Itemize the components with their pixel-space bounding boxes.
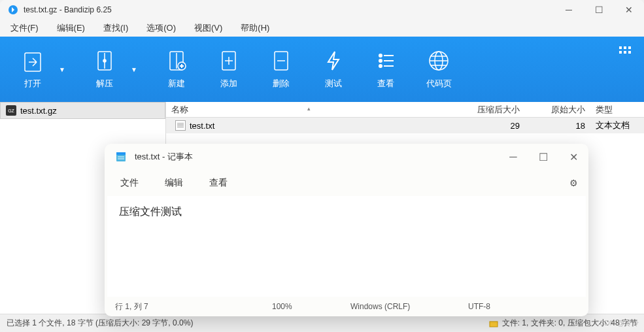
np-menubar: 文件 编辑 查看 ⚙ [105,170,588,196]
col-original[interactable]: 原始大小 [526,104,592,116]
new-button[interactable]: 新建 [157,44,196,95]
np-title: test.txt - 记事本 [135,151,498,163]
np-zoom: 100% [272,302,350,311]
grid-icon[interactable] [619,46,631,61]
text-file-icon [175,120,186,131]
view-button[interactable]: 查看 [366,44,405,95]
open-dropdown[interactable]: ▼ [59,66,65,73]
svg-rect-29 [619,51,622,54]
np-cursor-pos: 行 1, 列 7 [115,301,272,312]
sidebar-archive-item[interactable]: GZ test.txt.gz [0,102,165,119]
col-compressed[interactable]: 压缩后大小 [448,104,526,116]
new-icon [165,49,188,73]
test-button[interactable]: 测试 [314,44,353,95]
window-title: test.txt.gz - Bandizip 6.25 [24,5,554,14]
watermark: CSDN @冷冷 [595,318,639,328]
svg-rect-34 [116,152,126,155]
close-button[interactable]: ✕ [614,0,644,20]
open-button[interactable]: 打开 [13,44,52,95]
np-encoding: UTF-8 [468,302,517,311]
app-icon [8,5,18,15]
table-row[interactable]: test.txt 29 18 文本文档 [166,118,644,133]
test-icon [322,49,345,73]
window-controls: ─ ☐ ✕ [554,0,644,20]
folder-icon [489,319,498,328]
np-controls: ─ ☐ ✕ [498,144,588,170]
col-type[interactable]: 类型 [592,104,644,116]
svg-rect-32 [490,322,498,327]
toolbar: 打开 ▼ 解压 ▼ 新建 添加 删除 测试 查看 代码页 [0,37,644,102]
svg-rect-28 [628,46,631,49]
menu-file[interactable]: 文件(F) [7,21,42,35]
svg-point-15 [379,54,382,57]
menubar: 文件(F) 编辑(E) 查找(I) 选项(O) 视图(V) 帮助(H) [0,20,644,37]
svg-rect-31 [628,51,631,54]
archive-name: test.txt.gz [20,106,57,116]
menu-edit[interactable]: 编辑(E) [53,21,89,35]
notepad-icon [115,151,127,163]
svg-point-17 [379,59,382,62]
add-button[interactable]: 添加 [209,44,248,95]
svg-point-4 [103,59,106,62]
add-icon [217,49,241,73]
codepage-button[interactable]: 代码页 [418,44,460,95]
svg-rect-27 [624,46,626,49]
np-close-button[interactable]: ✕ [558,144,588,170]
view-icon [374,49,398,73]
np-titlebar: test.txt - 记事本 ─ ☐ ✕ [105,144,588,170]
np-menu-edit[interactable]: 编辑 [160,174,188,191]
delete-icon [269,49,293,73]
maximize-button[interactable]: ☐ [584,0,614,20]
extract-dropdown[interactable]: ▼ [131,66,137,73]
status-left: 已选择 1 个文件, 18 字节 (压缩后大小: 29 字节, 0.0%) [7,318,193,329]
sort-arrow-icon: ▴ [307,105,311,112]
minimize-button[interactable]: ─ [554,0,584,20]
np-eol: Windows (CRLF) [350,302,468,311]
np-menu-file[interactable]: 文件 [115,174,144,191]
titlebar: test.txt.gz - Bandizip 6.25 ─ ☐ ✕ [0,0,644,20]
np-minimize-button[interactable]: ─ [498,144,528,170]
delete-button[interactable]: 删除 [262,44,301,95]
np-statusbar: 行 1, 列 7 100% Windows (CRLF) UTF-8 [105,297,588,316]
gz-icon: GZ [6,105,16,116]
menu-find[interactable]: 查找(I) [99,21,132,35]
list-header: 名称▴ 压缩后大小 原始大小 类型 [166,102,644,118]
open-icon [21,49,44,73]
menu-help[interactable]: 帮助(H) [237,21,273,35]
np-menu-view[interactable]: 查看 [204,174,233,191]
extract-icon [93,49,116,73]
svg-rect-26 [619,46,622,49]
codepage-icon [427,49,450,73]
menu-view[interactable]: 视图(V) [190,21,226,35]
notepad-window: test.txt - 记事本 ─ ☐ ✕ 文件 编辑 查看 ⚙ 压缩文件测试 行… [105,144,588,316]
np-content[interactable]: 压缩文件测试 [107,196,586,297]
statusbar: 已选择 1 个文件, 18 字节 (压缩后大小: 29 字节, 0.0%) 文件… [0,314,644,332]
np-maximize-button[interactable]: ☐ [528,144,558,170]
col-name[interactable]: 名称▴ [166,104,448,116]
svg-point-19 [379,65,382,67]
menu-options[interactable]: 选项(O) [143,21,180,35]
extract-button[interactable]: 解压 [85,44,124,95]
settings-gear-icon[interactable]: ⚙ [569,178,578,188]
svg-rect-30 [624,51,626,54]
